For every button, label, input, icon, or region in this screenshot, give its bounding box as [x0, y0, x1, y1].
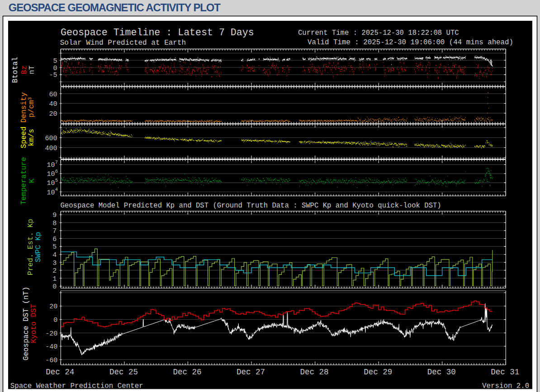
svg-text:-5: -5 [49, 71, 57, 79]
svg-text:SWPC Kp: SWPC Kp [34, 232, 43, 262]
svg-text:K: K [28, 179, 36, 183]
svg-text:0: 0 [52, 283, 57, 291]
svg-text:Current Time : 2025-12-30 18:2: Current Time : 2025-12-30 18:22:08 UTC [298, 29, 459, 37]
svg-text:40: 40 [49, 100, 57, 108]
svg-text:-40: -40 [45, 343, 57, 351]
svg-text:km/s: km/s [28, 129, 36, 146]
svg-text:8: 8 [52, 220, 57, 227]
svg-text:7: 7 [52, 227, 57, 235]
svg-text:10: 10 [47, 161, 55, 169]
svg-text:Bz: Bz [20, 66, 28, 74]
svg-text:7: 7 [55, 160, 58, 165]
svg-text:10: 10 [47, 189, 55, 197]
svg-text:-60: -60 [45, 357, 57, 364]
svg-text:Solar Wind Predicted at Earth: Solar Wind Predicted at Earth [60, 39, 186, 47]
svg-text:nT: nT [28, 66, 37, 74]
svg-text:Speed: Speed [20, 127, 28, 148]
svg-text:4: 4 [55, 187, 58, 192]
svg-text:Dec 28: Dec 28 [300, 368, 329, 377]
svg-text:Btotal: Btotal [12, 57, 20, 83]
svg-text:5: 5 [53, 57, 57, 65]
svg-text:Valid Time : 2025-12-30 19:06:: Valid Time : 2025-12-30 19:06:00 (44 min… [308, 38, 513, 47]
svg-text:Geospace DST (nT): Geospace DST (nT) [22, 287, 30, 360]
svg-text:Dec 31: Dec 31 [491, 368, 519, 377]
svg-text:-20: -20 [45, 330, 57, 338]
svg-text:Dec 26: Dec 26 [173, 368, 201, 377]
svg-text:Dec 30: Dec 30 [427, 368, 456, 377]
svg-text:6: 6 [55, 169, 58, 174]
svg-text:400: 400 [45, 145, 57, 152]
svg-text:Geospace Model Predicted Kp an: Geospace Model Predicted Kp and DST (Gro… [61, 202, 441, 210]
svg-text:Pred. Est. Kp: Pred. Est. Kp [27, 219, 35, 275]
svg-text:GEOSPACE GEOMAGNETIC ACTIVITY: GEOSPACE GEOMAGNETIC ACTIVITY PLOT [9, 1, 221, 14]
svg-text:20: 20 [49, 303, 57, 311]
svg-text:Kyoto DST: Kyoto DST [30, 304, 38, 343]
svg-text:5: 5 [55, 178, 58, 183]
svg-text:10: 10 [47, 179, 55, 187]
svg-text:0: 0 [53, 316, 57, 324]
svg-text:Dec 29: Dec 29 [364, 368, 392, 377]
svg-text:10: 10 [47, 170, 55, 178]
svg-text:Version 2.0: Version 2.0 [482, 382, 529, 390]
svg-text:60: 60 [49, 91, 57, 99]
svg-text:4: 4 [52, 251, 57, 259]
svg-text:Dec 25: Dec 25 [109, 368, 138, 377]
svg-text:3: 3 [52, 260, 57, 267]
svg-text:20: 20 [49, 110, 57, 118]
svg-text:0: 0 [53, 65, 57, 72]
svg-text:Space Weather Prediction Cente: Space Weather Prediction Center [10, 382, 143, 390]
svg-text:6: 6 [52, 236, 57, 243]
svg-text:Dec 24: Dec 24 [46, 368, 74, 377]
svg-text:9: 9 [52, 212, 57, 219]
svg-text:5: 5 [52, 243, 57, 251]
svg-text:2: 2 [52, 267, 57, 275]
svg-text:1: 1 [52, 275, 57, 283]
svg-text:Geospace Timeline : Latest 7 D: Geospace Timeline : Latest 7 Days [61, 27, 254, 38]
svg-text:3: 3 [28, 97, 33, 100]
svg-text:Temperature: Temperature [20, 157, 28, 205]
svg-text:Dec 27: Dec 27 [237, 368, 265, 377]
svg-text:600: 600 [45, 135, 57, 142]
svg-text:Density: Density [20, 92, 28, 123]
svg-text:p/cm: p/cm [28, 100, 36, 117]
